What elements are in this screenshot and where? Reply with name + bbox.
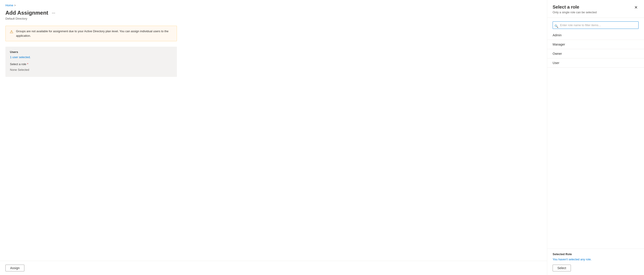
role-item-owner[interactable]: Owner (547, 49, 644, 58)
role-label: Select a role (10, 62, 26, 66)
panel-close-button[interactable]: ✕ (634, 4, 638, 10)
required-indicator: * (27, 62, 28, 66)
warning-message: Groups are not available for assignment … (16, 29, 172, 38)
breadcrumb: Home > (6, 3, 542, 7)
search-container: 🔍 (547, 18, 644, 31)
assign-button[interactable]: Assign (6, 265, 24, 272)
page-title: Add Assignment (6, 10, 48, 16)
warning-box: ⚠ Groups are not available for assignmen… (6, 26, 177, 41)
breadcrumb-separator: > (14, 4, 16, 7)
role-item-manager[interactable]: Manager (547, 40, 644, 49)
warning-icon: ⚠ (10, 29, 13, 34)
panel-subtitle: Only a single role can be selected (552, 10, 596, 14)
panel-header-text: Select a role Only a single role can be … (552, 4, 596, 14)
users-section-label: Users (10, 50, 172, 54)
role-list: AdminManagerOwnerUser (547, 31, 644, 249)
form-section: Users 1 user selected. Select a role * N… (6, 47, 177, 77)
side-panel: Select a role Only a single role can be … (547, 0, 644, 275)
select-button[interactable]: Select (552, 265, 571, 272)
none-selected-text: None Selected (10, 67, 172, 72)
more-options-button[interactable]: ··· (51, 10, 56, 16)
user-selected-link[interactable]: 1 user selected. (10, 55, 172, 59)
breadcrumb-home-link[interactable]: Home (6, 3, 13, 7)
role-search-input[interactable] (552, 21, 638, 29)
selected-role-section: Selected Role You haven't selected any r… (547, 249, 644, 275)
selected-role-label: Selected Role (552, 253, 638, 256)
main-content: Home > Add Assignment ··· Default Direct… (0, 0, 547, 275)
role-item-user[interactable]: User (547, 58, 644, 68)
role-item-admin[interactable]: Admin (547, 31, 644, 40)
panel-title: Select a role (552, 4, 596, 10)
page-subtitle: Default Directory (6, 17, 542, 20)
no-role-selected-text: You haven't selected any role. (552, 258, 638, 261)
role-label-row: Select a role * (10, 62, 172, 66)
page-header: Add Assignment ··· (6, 10, 542, 16)
bottom-bar: Assign (0, 261, 547, 275)
panel-header: Select a role Only a single role can be … (547, 0, 644, 18)
